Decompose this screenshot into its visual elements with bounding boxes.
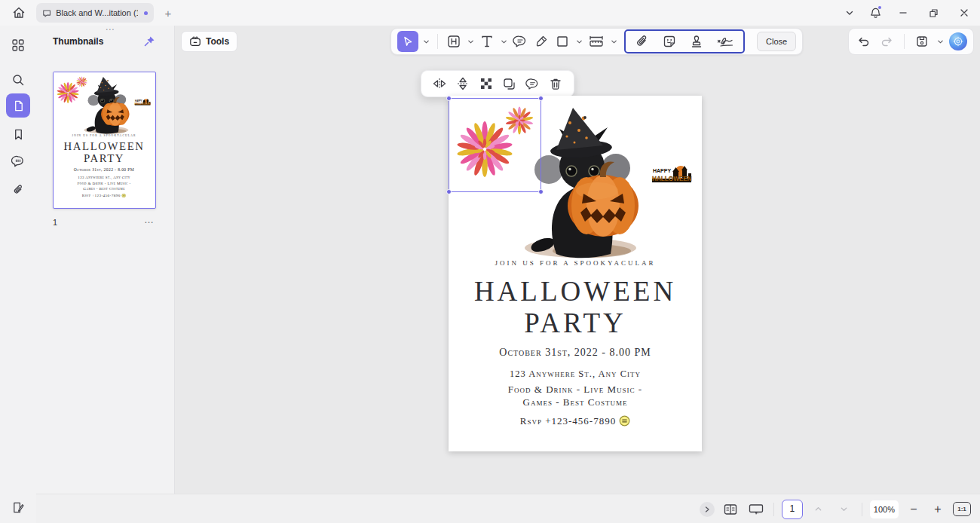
comments-panel-button[interactable]: [6, 149, 30, 173]
attachment-tool-button[interactable]: [633, 31, 651, 52]
invitation-kicker[interactable]: Join us for a spookyacular: [449, 259, 702, 267]
zoom-level-display[interactable]: 100%: [870, 500, 899, 518]
toolbar-divider: [437, 34, 438, 49]
presentation-icon: [749, 503, 764, 516]
comment-button[interactable]: [523, 75, 541, 93]
sticker-word-happy: HAPPY: [653, 168, 671, 173]
ai-assistant-button[interactable]: [949, 32, 967, 50]
tools-button[interactable]: Tools: [181, 31, 237, 52]
redo-button[interactable]: [877, 31, 896, 52]
left-rail: [0, 26, 36, 523]
chevron-down-icon: [611, 38, 617, 45]
svg-text:HALLOWEEN: HALLOWEEN: [135, 102, 152, 106]
actual-size-button[interactable]: 1:1: [953, 502, 971, 516]
invitation-activities-1[interactable]: Food & Drink - Live Music -: [449, 384, 702, 396]
stamp-tool-button[interactable]: [688, 31, 706, 52]
page-thumbnail[interactable]: HAPPY HALLOWEEN Join us for a spookyacul…: [53, 72, 156, 209]
opacity-checkerboard-icon: [479, 77, 493, 90]
expand-statusbar-button[interactable]: [700, 502, 715, 517]
status-bar-controls: 1 100% − + 1:1: [700, 494, 971, 523]
thumbnails-panel-button[interactable]: [6, 93, 30, 118]
minimize-button[interactable]: [888, 0, 918, 26]
delete-button[interactable]: [547, 75, 565, 93]
edit-tool-dropdown[interactable]: [466, 31, 475, 52]
measure-tool-button[interactable]: [586, 31, 606, 52]
stamp-icon: [689, 34, 704, 49]
flip-horizontal-button[interactable]: [430, 75, 449, 93]
save-dropdown[interactable]: [936, 31, 945, 52]
selection-handle-top-left[interactable]: [446, 96, 452, 101]
titlebar-chevron-button[interactable]: [837, 0, 862, 26]
chevron-down-icon: [840, 505, 848, 513]
invitation-rsvp-text: Rsvp +123-456-7890: [520, 415, 616, 427]
panel-drag-handle[interactable]: ⋯: [96, 26, 124, 36]
select-tool-dropdown[interactable]: [421, 31, 430, 52]
invitation-address[interactable]: 123 Anywhere St., Any City: [449, 369, 702, 380]
new-tab-button[interactable]: +: [160, 4, 176, 22]
duplicate-button[interactable]: [500, 75, 518, 93]
pin-panel-button[interactable]: [141, 33, 158, 50]
notifications-button[interactable]: [862, 0, 888, 26]
comment-tool-button[interactable]: [511, 31, 529, 52]
close-window-button[interactable]: [948, 0, 980, 26]
next-page-button[interactable]: [835, 500, 854, 519]
shapes-tool-button[interactable]: [553, 31, 571, 52]
home-button[interactable]: [9, 4, 29, 22]
ai-robot-icon: [953, 36, 963, 47]
zoom-out-button[interactable]: −: [905, 503, 923, 516]
invitation-title-line2[interactable]: PARTY: [449, 307, 702, 339]
select-tool-button[interactable]: [397, 31, 418, 52]
batch-tools-button[interactable]: [8, 497, 28, 517]
thumbnails-panel: ⋯ Thumbnails: [36, 26, 175, 523]
save-icon: [915, 35, 929, 48]
selection-handle-bottom-left[interactable]: [446, 189, 452, 194]
document-tab[interactable]: Black and W...itation (1): [36, 3, 154, 23]
pen-tool-button[interactable]: [532, 31, 550, 52]
previous-page-button[interactable]: [809, 500, 828, 519]
happy-halloween-sticker[interactable]: HAPPY HALLOWEEN: [651, 164, 693, 189]
attachments-panel-button[interactable]: [6, 178, 30, 202]
edit-tool-button[interactable]: [445, 31, 463, 52]
restore-icon: [929, 8, 939, 18]
app-grid-button[interactable]: [6, 33, 30, 57]
text-icon: [479, 34, 495, 49]
selection-handle-bottom-right[interactable]: [538, 189, 544, 194]
undo-button[interactable]: [855, 31, 873, 52]
page-view-mode-button[interactable]: [721, 500, 740, 519]
opacity-button[interactable]: [477, 75, 495, 93]
selection-handle-top-right[interactable]: [538, 96, 544, 101]
invitation-title-line1[interactable]: HALLOWEEN: [449, 275, 702, 307]
chevron-down-icon: [501, 38, 507, 45]
sticker-smiley-icon: [662, 34, 677, 49]
restore-button[interactable]: [918, 0, 948, 26]
text-tool-dropdown[interactable]: [499, 31, 508, 52]
sticker-tool-button[interactable]: [660, 31, 678, 52]
invitation-rsvp[interactable]: Rsvp +123-456-7890: [449, 415, 702, 427]
flip-vertical-button[interactable]: [454, 75, 472, 93]
document-pen-icon: [11, 500, 26, 515]
invitation-kicker-text: Join us for a spookyacular: [495, 259, 655, 267]
page-number-input[interactable]: 1: [782, 500, 803, 519]
search-button[interactable]: [6, 68, 30, 92]
edit-header-icon: [446, 34, 461, 49]
bookmarks-button[interactable]: [6, 122, 30, 146]
presentation-mode-button[interactable]: [746, 500, 766, 519]
page-thumbnail-preview: HAPPY HALLOWEEN Join us for a spookyacul…: [54, 72, 155, 207]
shapes-tool-dropdown[interactable]: [574, 31, 583, 52]
zoom-in-button[interactable]: +: [929, 503, 947, 516]
document-page[interactable]: HAPPY HALLOWEEN Join us for a spookyacul…: [449, 96, 702, 451]
invitation-activities-2[interactable]: Games - Best Costume: [449, 396, 702, 408]
signature-icon: [716, 34, 734, 49]
annotation-tools-highlight-group: [624, 29, 745, 54]
save-button[interactable]: [913, 31, 931, 52]
rsvp-note-icon[interactable]: [619, 415, 630, 427]
close-tool-button[interactable]: Close: [757, 32, 796, 51]
signature-tool-button[interactable]: [715, 31, 736, 52]
measure-tool-dropdown[interactable]: [609, 31, 618, 52]
thumbnail-more-button[interactable]: …: [144, 214, 155, 225]
text-tool-button[interactable]: [478, 31, 496, 52]
paperclip-icon: [12, 184, 25, 197]
two-page-view-icon: [723, 503, 738, 516]
invitation-datetime[interactable]: October 31st, 2022 - 8.00 PM: [449, 347, 702, 359]
image-selection-box[interactable]: [449, 98, 541, 192]
